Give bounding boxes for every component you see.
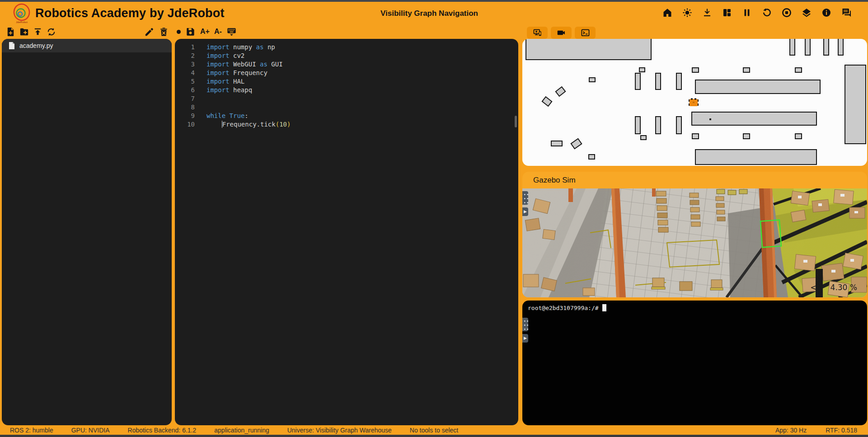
layers-icon[interactable]: [801, 7, 812, 18]
sim-percent: 4.30 %: [830, 283, 857, 292]
map-obstacle: [692, 134, 699, 139]
gazebo-panel-title: Gazebo Sim: [522, 172, 867, 188]
font-decrease-button[interactable]: A-: [214, 28, 222, 36]
code-line[interactable]: 4import Frequency: [175, 69, 518, 77]
code-line[interactable]: 3import WebGUI as GUI: [175, 60, 518, 69]
gazebo-drag-handle[interactable]: [522, 191, 528, 205]
file-actions-toolbar: [5, 26, 56, 38]
code-line[interactable]: 9while True:: [175, 112, 518, 120]
svg-text:JdeRobot: JdeRobot: [16, 21, 28, 23]
code-line[interactable]: 5import HAL: [175, 77, 518, 86]
status-left-group: ROS 2: humbleGPU: NVIDIARobotics Backend…: [0, 427, 458, 434]
jderobot-logo: JdeRobot: [12, 3, 32, 24]
map-obstacle: [845, 65, 866, 144]
download-icon[interactable]: [702, 7, 713, 18]
line-number: 6: [175, 86, 195, 94]
map-obstacle: [589, 155, 595, 159]
camera-toggle[interactable]: [551, 27, 572, 39]
code-line[interactable]: 2import cv2: [175, 52, 518, 60]
brightness-icon[interactable]: [682, 7, 693, 18]
map-dot: [709, 118, 711, 120]
status-right-group: App: 30 HzRTF: 0.518: [775, 427, 868, 434]
gui-device-toggle[interactable]: [527, 27, 548, 39]
map-obstacle: [526, 39, 651, 60]
terminal-cursor: [602, 304, 606, 311]
sync-icon[interactable]: [46, 27, 56, 37]
map-obstacle: [656, 117, 661, 134]
status-bar: ROS 2: humbleGPU: NVIDIARobotics Backend…: [0, 425, 868, 435]
gazebo-panel: Gazebo Sim: [522, 172, 867, 297]
editor-options-toolbar: A+A-: [177, 26, 237, 38]
map-obstacle: [641, 136, 646, 140]
gazebo-render: [522, 188, 867, 297]
stop-icon[interactable]: [781, 7, 792, 18]
code-area[interactable]: 1import numpy as np2import cv23import We…: [175, 39, 518, 129]
pause-icon[interactable]: [741, 7, 752, 18]
home-icon[interactable]: [662, 7, 673, 18]
status-item: Robotics Backend: 6.1.2: [128, 427, 197, 434]
map-obstacle: [695, 150, 816, 164]
videocam-icon: [557, 28, 566, 38]
line-number: 10: [175, 120, 195, 129]
robot-marker: [689, 99, 699, 107]
header-nav-icons: [662, 7, 852, 18]
terminal-expand-arrow[interactable]: ▶: [522, 334, 528, 343]
new-file-icon[interactable]: [5, 27, 16, 37]
edit-actions-toolbar: [144, 26, 169, 38]
terminal-prompt: root@e2bd3107999a:/#: [528, 305, 599, 311]
map-obstacle: [743, 134, 750, 139]
map-obstacle: [795, 68, 802, 72]
font-increase-button[interactable]: A+: [200, 28, 210, 36]
status-item: RTF: 0.518: [826, 427, 857, 434]
editor-splitter-grip[interactable]: [515, 116, 517, 127]
line-number: 7: [175, 94, 195, 103]
map-obstacle: [542, 97, 552, 106]
map-obstacle: [805, 39, 810, 55]
new-folder-icon[interactable]: [19, 27, 29, 37]
map-obstacle: [635, 117, 640, 134]
edit-icon[interactable]: [144, 27, 155, 37]
sim-load-indicator: <4.30 %: [810, 283, 857, 292]
code-line[interactable]: 6import heapq: [175, 86, 518, 94]
keyboard-hide-icon[interactable]: [226, 27, 237, 37]
map-obstacle: [639, 68, 645, 72]
map-obstacle: [676, 73, 681, 89]
status-item: GPU: NVIDIA: [71, 427, 110, 434]
warehouse-map-panel: [522, 39, 867, 166]
map-obstacle: [571, 139, 582, 149]
map-obstacle: [656, 73, 661, 89]
status-item: No tools to select: [410, 427, 458, 434]
file-explorer-panel: academy.py: [2, 39, 172, 425]
code-line[interactable]: 8: [175, 103, 518, 112]
code-line[interactable]: 7: [175, 94, 518, 103]
map-obstacle: [838, 39, 843, 55]
file-row[interactable]: academy.py: [2, 39, 172, 52]
status-item: application_running: [214, 427, 269, 434]
map-obstacle: [790, 39, 795, 55]
terminal-prompt-line[interactable]: root@e2bd3107999a:/#: [522, 301, 867, 311]
map-obstacle: [676, 117, 681, 134]
terminal-panel[interactable]: root@e2bd3107999a:/# ▶: [522, 301, 867, 425]
code-line[interactable]: 1import numpy as np: [175, 43, 518, 52]
map-obstacle: [795, 134, 802, 139]
warehouse-map-canvas: [522, 39, 867, 166]
devices-star-icon: [533, 28, 542, 38]
map-obstacle: [589, 78, 595, 82]
exercise-title: Visibility Graph Navigation: [380, 9, 478, 18]
delete-icon[interactable]: [159, 27, 169, 37]
upload-icon[interactable]: [33, 27, 43, 37]
status-item: App: 30 Hz: [775, 427, 807, 434]
forum-icon[interactable]: [841, 7, 852, 18]
gazebo-expand-arrow[interactable]: ▶: [522, 207, 528, 216]
dashboard-icon[interactable]: [722, 7, 732, 18]
terminal-drag-handle[interactable]: [522, 318, 528, 331]
info-icon[interactable]: [821, 7, 832, 18]
code-editor-panel[interactable]: 1import numpy as np2import cv23import We…: [175, 39, 518, 425]
save-icon[interactable]: [185, 27, 196, 37]
line-number: 2: [175, 52, 195, 60]
code-line[interactable]: 10 Frequency.tick(10): [175, 120, 518, 129]
map-obstacle: [551, 141, 562, 146]
terminal-toggle[interactable]: [575, 27, 596, 39]
restart-icon[interactable]: [761, 7, 772, 18]
status-item: ROS 2: humble: [10, 427, 53, 434]
